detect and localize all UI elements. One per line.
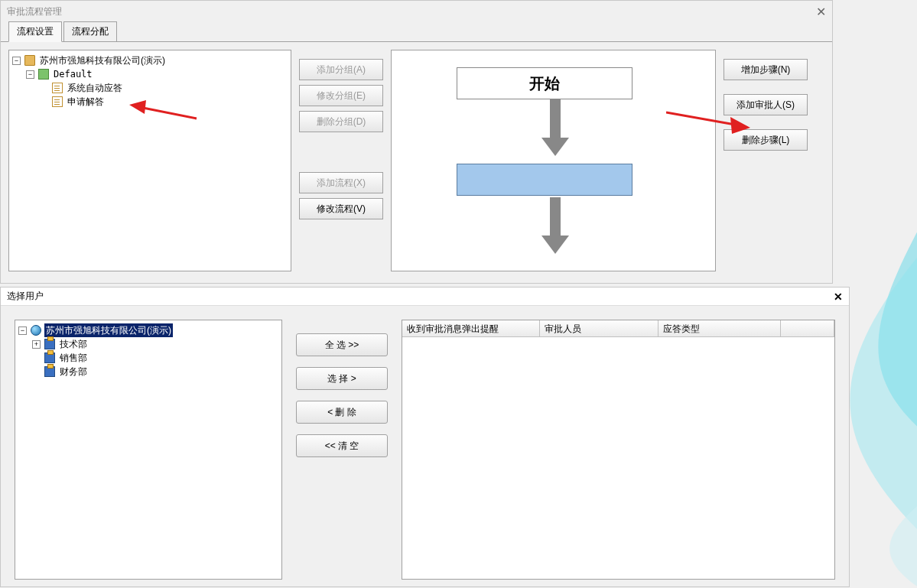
tree-dept-sales[interactable]: 销售部 (32, 351, 278, 365)
step-buttons: 增加步骤(N) 添加审批人(S) 删除步骤(L) (724, 50, 808, 151)
win2-title: 选择用户 (7, 290, 44, 303)
win1-titlebar: 审批流程管理 ✕ (1, 1, 832, 22)
flow-canvas: 开始 (391, 50, 716, 271)
approval-flow-window: 审批流程管理 ✕ 流程设置 流程分配 − 苏州市强旭科技有限公司(演示) − (0, 0, 833, 284)
collapse-icon[interactable]: − (12, 57, 21, 65)
close-icon[interactable]: ✕ (816, 5, 826, 19)
win1-title: 审批流程管理 (7, 5, 62, 18)
tree-root[interactable]: − 苏州市强旭科技有限公司(演示) (12, 54, 288, 67)
folder-icon (24, 55, 35, 66)
delete-step-button[interactable]: 删除步骤(L) (724, 129, 808, 151)
tab-flow-assign[interactable]: 流程分配 (63, 21, 117, 41)
add-approver-button[interactable]: 添加审批人(S) (724, 94, 808, 115)
user-tree-panel: − 苏州市强旭科技有限公司(演示) + 技术部 (15, 320, 282, 580)
grid-col-response[interactable]: 应答类型 (658, 320, 781, 336)
edit-group-button[interactable]: 修改分组(E) (299, 85, 383, 106)
arrow-down-icon (541, 99, 569, 156)
tree-default[interactable]: − Default (26, 67, 288, 81)
delete-group-button[interactable]: 删除分组(D) (299, 111, 383, 132)
grid-col-spacer (781, 320, 834, 336)
grid-header: 收到审批消息弹出提醒 审批人员 应答类型 (402, 320, 834, 337)
flow-step-node[interactable] (457, 164, 632, 196)
select-user-window: 选择用户 ✕ − 苏州市强旭科技有限公司(演示) + 技术部 (0, 287, 850, 587)
flow-icon (52, 96, 63, 107)
arrow-down-icon (541, 197, 569, 254)
add-flow-button[interactable]: 添加流程(X) (299, 172, 383, 193)
department-icon (44, 366, 55, 377)
expand-icon[interactable]: + (32, 340, 41, 349)
group-icon (38, 69, 49, 80)
add-step-button[interactable]: 增加步骤(N) (724, 59, 808, 80)
collapse-icon[interactable]: − (18, 326, 27, 335)
company-icon (31, 325, 41, 336)
grid-col-approver[interactable]: 审批人员 (540, 320, 658, 336)
group-buttons: 添加分组(A) 修改分组(E) 删除分组(D) 添加流程(X) 修改流程(V) (299, 50, 383, 219)
selected-users-grid[interactable]: 收到审批消息弹出提醒 审批人员 应答类型 (402, 320, 835, 580)
tabs: 流程设置 流程分配 (1, 22, 832, 42)
tree-apply[interactable]: 申请解答 (40, 95, 288, 109)
tree-autoreply[interactable]: 系统自动应答 (40, 81, 288, 95)
edit-flow-button[interactable]: 修改流程(V) (299, 198, 383, 219)
department-icon (44, 339, 55, 349)
flow-tree[interactable]: − 苏州市强旭科技有限公司(演示) − Default (12, 54, 288, 109)
select-all-button[interactable]: 全 选 >> (296, 333, 388, 356)
select-button[interactable]: 选 择 > (296, 367, 388, 390)
tree-dept-tech[interactable]: + 技术部 (32, 337, 278, 351)
picker-buttons: 全 选 >> 选 择 > < 删 除 << 清 空 (296, 320, 388, 457)
flow-start-node[interactable]: 开始 (457, 67, 632, 99)
user-tree[interactable]: − 苏州市强旭科技有限公司(演示) + 技术部 (18, 323, 278, 378)
collapse-icon[interactable]: − (26, 70, 34, 79)
flow-tree-panel: − 苏州市强旭科技有限公司(演示) − Default (8, 50, 291, 271)
clear-button[interactable]: << 清 空 (296, 434, 388, 457)
flow-icon (52, 83, 63, 93)
tab-flow-settings[interactable]: 流程设置 (8, 21, 62, 42)
add-group-button[interactable]: 添加分组(A) (299, 59, 383, 80)
tree-dept-finance[interactable]: 财务部 (32, 365, 278, 378)
close-icon[interactable]: ✕ (834, 291, 843, 303)
tree-root-company[interactable]: − 苏州市强旭科技有限公司(演示) (18, 323, 278, 337)
department-icon (44, 352, 55, 363)
remove-button[interactable]: < 删 除 (296, 401, 388, 424)
grid-col-popup[interactable]: 收到审批消息弹出提醒 (402, 320, 540, 336)
win2-titlebar: 选择用户 ✕ (1, 288, 849, 306)
